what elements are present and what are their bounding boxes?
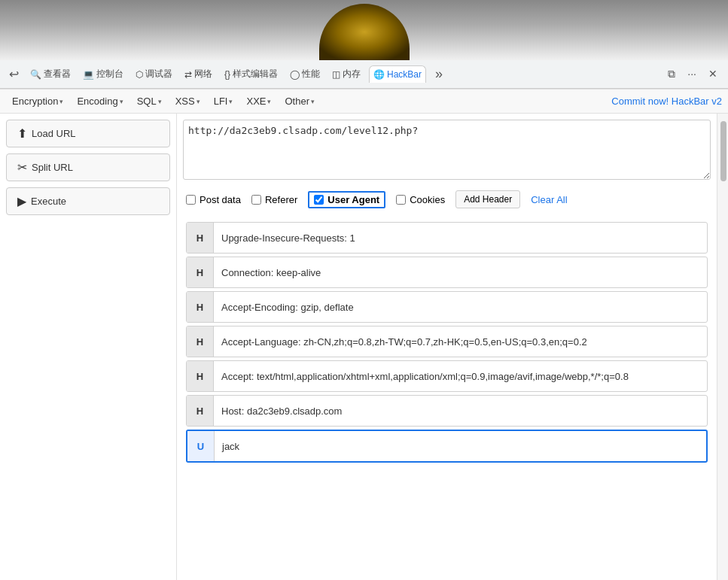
debugger-icon: ⬡	[136, 69, 143, 80]
clear-all-button[interactable]: Clear All	[531, 194, 567, 205]
options-button[interactable]: ···	[683, 66, 701, 82]
referer-label: Referer	[265, 194, 297, 205]
header-badge: U	[187, 431, 215, 461]
menu-other[interactable]: Other ▾	[279, 93, 321, 110]
referer-option[interactable]: Referer	[251, 194, 297, 205]
browser-toolbar: ↩ 🔍 查看器 💻 控制台 ⬡ 调试器 ⇄ 网络 {} 样式编辑器 ◯ 性能 ◫…	[0, 60, 728, 89]
encryption-arrow: ▾	[59, 98, 63, 105]
header-badge: H	[187, 361, 214, 391]
user-agent-label: User Agent	[327, 194, 379, 205]
header-row: HConnection: keep-alive	[186, 257, 708, 288]
post-data-option[interactable]: Post data	[186, 194, 241, 205]
header-badge: H	[187, 257, 214, 287]
hackbar-main: ⬆ Load URL ✂ Split URL ▶ Execute Post da…	[0, 114, 728, 580]
right-panel: Post data Referer User Agent Cookies Add…	[177, 114, 717, 580]
tab-performance[interactable]: ◯ 性能	[286, 65, 324, 84]
header-text: jack	[215, 435, 706, 458]
encoding-arrow: ▾	[120, 98, 123, 105]
encryption-label: Encryption	[12, 96, 58, 107]
cookies-option[interactable]: Cookies	[396, 194, 445, 205]
tab-debugger[interactable]: ⬡ 调试器	[132, 65, 176, 84]
sql-arrow: ▾	[158, 98, 162, 105]
headers-list: HUpgrade-Insecure-Requests: 1HConnection…	[183, 219, 711, 574]
tab-memory[interactable]: ◫ 内存	[328, 65, 364, 84]
split-url-label: Split URL	[32, 162, 73, 173]
header-badge: H	[187, 223, 214, 253]
cookies-label: Cookies	[410, 194, 445, 205]
hackbar-menu: Encryption ▾ Encoding ▾ SQL ▾ XSS ▾ LFI …	[0, 90, 728, 114]
memory-icon: ◫	[332, 69, 340, 80]
window-controls: ⧉ ··· ✕	[663, 66, 722, 82]
post-data-checkbox[interactable]	[186, 195, 196, 205]
lfi-label: LFI	[214, 96, 228, 107]
tab-style-editor[interactable]: {} 样式编辑器	[221, 65, 282, 84]
scroll-thumb[interactable]	[720, 121, 726, 181]
encoding-label: Encoding	[77, 96, 117, 107]
header-text: Accept-Encoding: gzip, deflate	[214, 296, 707, 319]
tab-network[interactable]: ⇄ 网络	[181, 65, 216, 84]
left-panel: ⬆ Load URL ✂ Split URL ▶ Execute	[0, 114, 177, 580]
header-text: Host: da2c3eb9.clsadp.com	[214, 399, 707, 423]
execute-icon: ▶	[17, 194, 26, 208]
user-agent-checkbox[interactable]	[314, 195, 324, 205]
header-text: Accept-Language: zh-CN,zh;q=0.8,zh-TW;q=…	[214, 330, 707, 354]
split-url-icon: ✂	[17, 160, 27, 175]
console-icon: 💻	[83, 69, 94, 80]
header-text: Accept: text/html,application/xhtml+xml,…	[214, 365, 707, 388]
close-button[interactable]: ✕	[704, 66, 722, 82]
load-url-icon: ⬆	[17, 126, 27, 141]
other-arrow: ▾	[311, 98, 315, 105]
performance-icon: ◯	[290, 69, 300, 80]
style-icon: {}	[224, 69, 230, 80]
menu-sql[interactable]: SQL ▾	[131, 93, 168, 110]
network-icon: ⇄	[184, 69, 192, 80]
execute-button[interactable]: ▶ Execute	[6, 187, 170, 215]
menu-xss[interactable]: XSS ▾	[169, 93, 206, 110]
header-row: HAccept-Language: zh-CN,zh;q=0.8,zh-TW;q…	[186, 326, 708, 357]
header-row: HUpgrade-Insecure-Requests: 1	[186, 222, 708, 254]
add-header-button[interactable]: Add Header	[455, 190, 520, 208]
menu-encoding[interactable]: Encoding ▾	[71, 93, 129, 110]
hackbar-panel: Encryption ▾ Encoding ▾ SQL ▾ XSS ▾ LFI …	[0, 89, 728, 580]
header-row: HHost: da2c3eb9.clsadp.com	[186, 395, 708, 427]
xss-label: XSS	[175, 96, 195, 107]
scrollbar[interactable]	[717, 114, 728, 580]
header-badge: H	[187, 292, 214, 322]
referer-checkbox[interactable]	[251, 195, 261, 205]
post-data-label: Post data	[200, 194, 241, 205]
hackbar-icon: 🌐	[373, 69, 385, 80]
execute-label: Execute	[31, 196, 66, 207]
inspector-icon: 🔍	[30, 69, 41, 80]
sql-label: SQL	[137, 96, 157, 107]
lfi-arrow: ▾	[229, 98, 233, 105]
tab-console[interactable]: 💻 控制台	[79, 65, 127, 84]
header-row: Ujack	[186, 430, 708, 463]
header-badge: H	[187, 396, 214, 426]
header-row: HAccept: text/html,application/xhtml+xml…	[186, 360, 708, 392]
tab-hackbar[interactable]: 🌐 HackBar	[369, 65, 426, 83]
browser-top-area	[0, 0, 728, 60]
menu-xxe[interactable]: XXE ▾	[240, 93, 277, 110]
load-url-button[interactable]: ⬆ Load URL	[6, 120, 170, 147]
back-icon[interactable]: ↩	[6, 64, 22, 84]
commit-button[interactable]: Commit now! HackBar v2	[611, 96, 722, 107]
xxe-label: XXE	[246, 96, 266, 107]
menu-encryption[interactable]: Encryption ▾	[6, 93, 69, 110]
cookies-checkbox[interactable]	[396, 195, 406, 205]
menu-lfi[interactable]: LFI ▾	[208, 93, 239, 110]
split-url-button[interactable]: ✂ Split URL	[6, 153, 170, 181]
detach-button[interactable]: ⧉	[663, 66, 680, 82]
load-url-label: Load URL	[32, 128, 76, 139]
header-row: HAccept-Encoding: gzip, deflate	[186, 291, 708, 323]
user-agent-option[interactable]: User Agent	[308, 191, 385, 208]
tab-inspector[interactable]: 🔍 查看器	[26, 65, 75, 84]
options-row: Post data Referer User Agent Cookies Add…	[183, 186, 711, 213]
xxe-arrow: ▾	[267, 98, 271, 105]
header-text: Upgrade-Insecure-Requests: 1	[214, 226, 707, 250]
more-tabs-button[interactable]: »	[431, 65, 447, 84]
url-input[interactable]	[183, 120, 711, 180]
header-text: Connection: keep-alive	[214, 261, 707, 284]
xss-arrow: ▾	[196, 98, 200, 105]
header-badge: H	[187, 326, 214, 357]
other-label: Other	[285, 96, 309, 107]
